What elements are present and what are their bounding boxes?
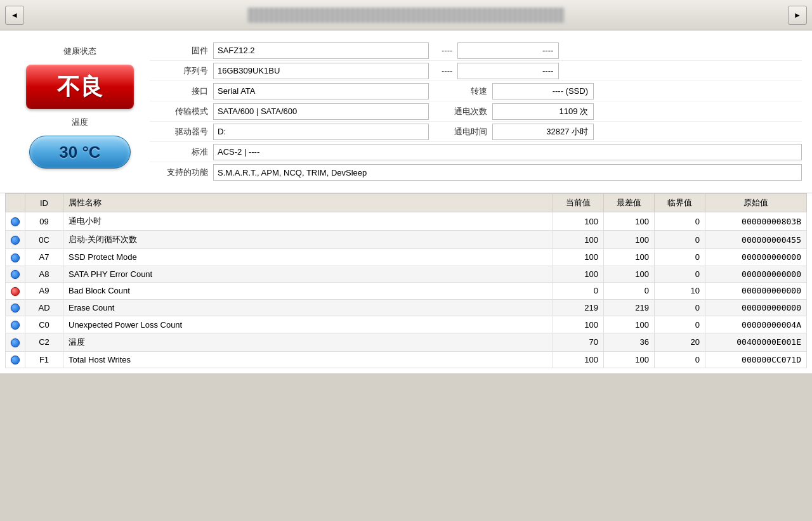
back-button[interactable]: ◄ xyxy=(5,6,24,25)
row-threshold: 0 xyxy=(655,249,705,266)
row-current: 100 xyxy=(553,266,604,283)
row-raw: 000000000000 xyxy=(705,266,807,283)
right1-value1: ---- xyxy=(457,42,559,59)
table-row: A8SATA PHY Error Count100100000000000000… xyxy=(6,266,807,283)
transfer-value: SATA/600 | SATA/600 xyxy=(213,103,429,120)
row-worst: 100 xyxy=(604,266,655,283)
blue-dot-icon xyxy=(11,270,20,279)
power-count-value: 1109 次 xyxy=(492,103,594,120)
row-current: 219 xyxy=(553,299,604,316)
row-raw: 00400000E001E xyxy=(705,333,807,351)
blue-dot-icon xyxy=(11,236,20,245)
features-label: 支持的功能 xyxy=(150,167,213,178)
row-worst: 100 xyxy=(604,316,655,333)
row-raw: 00000000803B xyxy=(705,212,807,231)
row-dot-cell xyxy=(6,316,25,333)
toolbar: ◄ ► xyxy=(0,0,812,30)
power-count-label: 通电次数 xyxy=(442,106,492,117)
col-header-threshold: 临界值 xyxy=(655,194,705,212)
right1-label2: ---- xyxy=(442,66,457,75)
spec-right-2: ---- ---- xyxy=(442,63,559,79)
firmware-label: 固件 xyxy=(150,45,213,56)
firmware-value: SAFZ12.2 xyxy=(213,42,429,59)
table-row: C2温度70362000400000E001E xyxy=(6,333,807,351)
row-worst: 219 xyxy=(604,299,655,316)
temp-badge: 30 °C xyxy=(29,136,131,169)
features-value: S.M.A.R.T., APM, NCQ, TRIM, DevSleep xyxy=(213,164,802,181)
row-threshold: 0 xyxy=(655,299,705,316)
col-header-raw: 原始值 xyxy=(705,194,807,212)
row-name: SATA PHY Error Count xyxy=(63,266,553,283)
row-id: C0 xyxy=(25,316,63,333)
spec-right-power-count: 通电次数 1109 次 xyxy=(442,103,594,120)
row-raw: 000000000455 xyxy=(705,231,807,249)
row-threshold: 20 xyxy=(655,333,705,351)
spec-right-speed: 转速 ---- (SSD) xyxy=(442,83,594,100)
row-name: Unexpected Power Loss Count xyxy=(63,316,553,333)
row-dot-cell xyxy=(6,283,25,300)
row-worst: 100 xyxy=(604,249,655,266)
right1-label1: ---- xyxy=(442,46,457,55)
col-header-worst: 最差值 xyxy=(604,194,655,212)
spec-row-firmware: 固件 SAFZ12.2 ---- ---- xyxy=(150,41,802,61)
interface-label: 接口 xyxy=(150,86,213,97)
row-threshold: 10 xyxy=(655,283,705,300)
spec-row-standard: 标准 ACS-2 | ---- xyxy=(150,142,802,162)
row-worst: 36 xyxy=(604,333,655,351)
row-id: AD xyxy=(25,299,63,316)
row-dot-cell xyxy=(6,333,25,351)
spec-row-features: 支持的功能 S.M.A.R.T., APM, NCQ, TRIM, DevSle… xyxy=(150,162,802,183)
blue-dot-icon xyxy=(11,321,20,330)
row-raw: 000000000000 xyxy=(705,283,807,300)
row-dot-cell xyxy=(6,266,25,283)
table-header-row: ID 属性名称 当前值 最差值 临界值 原始值 xyxy=(6,194,807,212)
speed-value: ---- (SSD) xyxy=(492,83,594,100)
row-current: 100 xyxy=(553,351,604,368)
row-id: A7 xyxy=(25,249,63,266)
row-current: 100 xyxy=(553,212,604,231)
spec-right-1: ---- ---- xyxy=(442,42,559,59)
forward-button[interactable]: ► xyxy=(788,6,807,25)
row-name: 温度 xyxy=(63,333,553,351)
blue-dot-icon xyxy=(11,304,20,312)
row-raw: 00000000004A xyxy=(705,316,807,333)
left-panel: 健康状态 不良 温度 30 °C xyxy=(10,41,150,183)
row-name: SSD Protect Mode xyxy=(63,249,553,266)
spec-right-power-time: 通电时间 32827 小时 xyxy=(442,124,594,140)
standard-value: ACS-2 | ---- xyxy=(213,144,802,160)
row-name: 通电小时 xyxy=(63,212,553,231)
blue-dot-icon xyxy=(11,254,20,262)
row-worst: 0 xyxy=(604,283,655,300)
row-id: F1 xyxy=(25,351,63,368)
row-raw: 000000000000 xyxy=(705,249,807,266)
title-blurred xyxy=(247,8,565,23)
row-name: Bad Block Count xyxy=(63,283,553,300)
row-threshold: 0 xyxy=(655,212,705,231)
row-worst: 100 xyxy=(604,212,655,231)
spec-row-serial: 序列号 16GB309UK1BU ---- ---- xyxy=(150,61,802,81)
row-worst: 100 xyxy=(604,231,655,249)
smart-table-section: ID 属性名称 当前值 最差值 临界值 原始值 09通电小时1001000000… xyxy=(0,193,812,373)
health-label: 健康状态 xyxy=(63,46,96,57)
row-current: 100 xyxy=(553,249,604,266)
row-threshold: 0 xyxy=(655,351,705,368)
col-header-current: 当前值 xyxy=(553,194,604,212)
row-worst: 100 xyxy=(604,351,655,368)
row-dot-cell xyxy=(6,299,25,316)
table-row: A9Bad Block Count0010000000000000 xyxy=(6,283,807,300)
col-header-id: ID xyxy=(25,194,63,212)
row-id: 0C xyxy=(25,231,63,249)
row-dot-cell xyxy=(6,231,25,249)
smart-table: ID 属性名称 当前值 最差值 临界值 原始值 09通电小时1001000000… xyxy=(5,193,807,368)
temp-label: 温度 xyxy=(72,117,88,128)
col-header-name: 属性名称 xyxy=(63,194,553,212)
row-threshold: 0 xyxy=(655,231,705,249)
row-current: 0 xyxy=(553,283,604,300)
drive-value: D: xyxy=(213,124,429,140)
table-row: 09通电小时100100000000000803B xyxy=(6,212,807,231)
row-name: Total Host Writes xyxy=(63,351,553,368)
table-row: C0Unexpected Power Loss Count10010000000… xyxy=(6,316,807,333)
drive-label: 驱动器号 xyxy=(150,126,213,138)
standard-label: 标准 xyxy=(150,146,213,158)
health-badge: 不良 xyxy=(26,65,134,109)
